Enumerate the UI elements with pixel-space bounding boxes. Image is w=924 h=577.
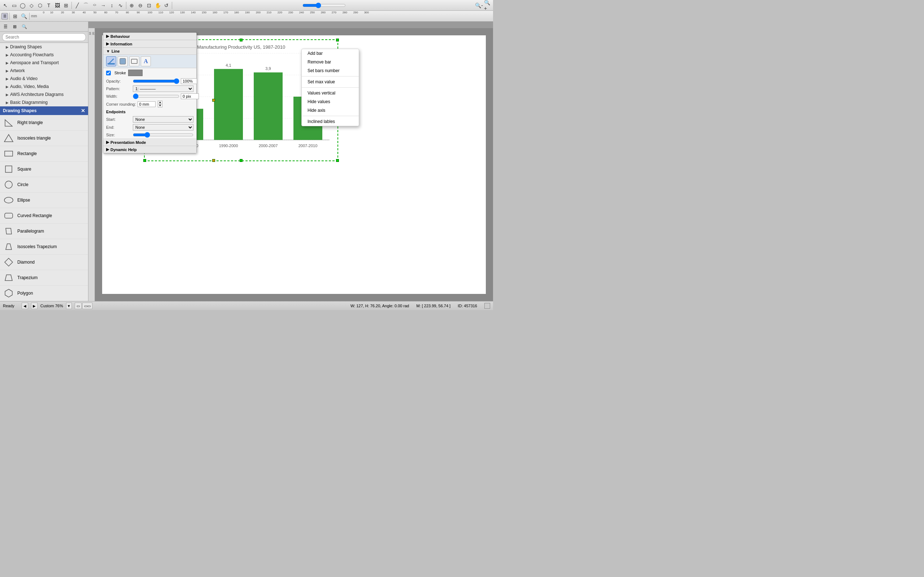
zoom-expand-button[interactable]: ▼ — [66, 303, 72, 309]
nav-item-aerospace[interactable]: ▶ Aerospace and Transport — [0, 59, 88, 67]
bar-1990-2000[interactable] — [214, 69, 243, 140]
panel-menu-icon[interactable]: ☰ — [2, 23, 10, 31]
shape-name: Diamond — [17, 259, 35, 265]
shape-name: Polygon — [17, 291, 33, 296]
start-select[interactable]: None Arrow Circle — [133, 116, 194, 122]
connector-tool[interactable]: → — [99, 2, 107, 10]
zoom-minus[interactable]: 🔍- — [475, 2, 483, 10]
rotate-tool[interactable]: ↺ — [162, 2, 170, 10]
size-slider[interactable] — [133, 132, 194, 138]
shape-name: Curved Rectangle — [17, 213, 52, 218]
information-header[interactable]: ▶ Information — [103, 40, 196, 48]
close-section-button[interactable]: ✕ — [81, 108, 85, 114]
svg-marker-9 — [5, 258, 13, 266]
panel-grid-icon[interactable]: ⊞ — [11, 23, 19, 31]
end-select[interactable]: None Arrow Circle — [133, 124, 194, 131]
behaviour-header[interactable]: ▶ Behaviour — [103, 33, 196, 40]
spline-tool[interactable]: ∿ — [116, 2, 124, 10]
corner-spinner[interactable]: ▲ ▼ — [158, 101, 163, 108]
mm-label: mm — [31, 14, 37, 18]
polygon-tool[interactable]: ⬡ — [36, 2, 44, 10]
view-single-button[interactable]: ▭ — [75, 303, 82, 309]
corner-input[interactable] — [137, 102, 155, 107]
menu-button[interactable]: ☰ — [2, 13, 8, 19]
image-tool[interactable]: 🖼 — [53, 2, 61, 10]
dynamic-help-header[interactable]: ▶ Dynamic Help — [103, 146, 196, 153]
context-remove-bar[interactable]: Remove bar — [302, 58, 359, 66]
nav-item-audio-video[interactable]: ▶ Audio & Video — [0, 75, 88, 82]
rect-tool[interactable]: ▭ — [10, 2, 18, 10]
shape-item-trapezium[interactable]: Trapezium — [0, 270, 88, 285]
nav-item-accounting[interactable]: ▶ Accounting Flowcharts — [0, 51, 88, 59]
status-corner-button[interactable] — [485, 303, 490, 309]
width-input[interactable] — [181, 93, 199, 99]
nav-item-basic-diagramming[interactable]: ▶ Basic Diagramming — [0, 98, 88, 106]
shape-name: Square — [17, 167, 31, 172]
shape-item-circle[interactable]: Circle — [0, 177, 88, 193]
context-add-bar[interactable]: Add bar — [302, 49, 359, 58]
canvas-area[interactable]: 10 20 30 40 50 60 70 80 90 100 110 120 1… — [89, 22, 493, 301]
view-double-button[interactable]: ▭▭ — [82, 303, 92, 309]
shape-item-rectangle[interactable]: Rectangle — [0, 146, 88, 161]
text-style-tab[interactable]: A — [141, 56, 151, 66]
diamond-tool[interactable]: ◇ — [27, 2, 36, 10]
nav-item-drawing-shapes[interactable]: ▶ Drawing Shapes — [0, 43, 88, 51]
group-tool[interactable]: ⊞ — [62, 2, 70, 10]
curve-tool[interactable]: ⌒ — [82, 2, 90, 10]
line-color-tab[interactable] — [106, 56, 116, 66]
stroke-color-swatch[interactable] — [128, 69, 142, 76]
bar-2000-2007[interactable] — [254, 73, 283, 140]
presentation-mode-header[interactable]: ▶ Presentation Mode — [103, 139, 196, 146]
search-input[interactable] — [2, 33, 86, 41]
arc-tool[interactable]: ⌔ — [90, 2, 99, 10]
panel-search-icon[interactable]: 🔍 — [20, 23, 28, 31]
nav-item-aws[interactable]: ▶ AWS Architecture Diagrams — [0, 90, 88, 98]
line-arrow: ▼ — [106, 49, 110, 53]
context-hide-axis[interactable]: Hide axis — [302, 106, 359, 115]
hand-tool[interactable]: ✋ — [154, 2, 162, 10]
shape-item-isosceles-trapezium[interactable]: Isosceles Trapezium — [0, 239, 88, 255]
shape-item-square[interactable]: Square — [0, 161, 88, 177]
opacity-input[interactable] — [181, 78, 197, 84]
nav-item-artwork[interactable]: ▶ Artwork — [0, 67, 88, 75]
select-tool[interactable]: ↖ — [2, 2, 10, 10]
context-values-vertical[interactable]: Values vertical — [302, 89, 359, 97]
svg-marker-1 — [4, 134, 13, 142]
line-header[interactable]: ▼ Line — [103, 48, 196, 55]
ellipse-tool[interactable]: ◯ — [19, 2, 27, 10]
pattern-select[interactable]: 1: ———— 2: - - - - 3: · · · · — [133, 85, 194, 92]
nav-item-audio-video-media[interactable]: ▶ Audio, Video, Media — [0, 82, 88, 90]
corner-down[interactable]: ▼ — [158, 104, 163, 108]
context-set-max-value[interactable]: Set max value — [302, 77, 359, 86]
search-button[interactable]: 🔍 — [20, 12, 28, 20]
shape-item-polygon[interactable]: Polygon — [0, 285, 88, 301]
text-tool[interactable]: T — [45, 2, 53, 10]
stroke-checkbox[interactable] — [106, 71, 111, 76]
context-inclined-labels[interactable]: Inclined lables — [302, 117, 359, 126]
shape-item-curved-rectangle[interactable]: Curved Rectangle — [0, 208, 88, 224]
arrow-icon: ▶ — [6, 85, 9, 89]
shape-item-isosceles-triangle[interactable]: Isosceles triangle — [0, 131, 88, 146]
context-hide-values[interactable]: Hide values — [302, 97, 359, 106]
zoom-slider[interactable] — [302, 3, 346, 8]
zoom-out-tool[interactable]: ⊖ — [136, 2, 144, 10]
shape-item-right-triangle[interactable]: Right triangle — [0, 115, 88, 131]
prev-page-button[interactable]: ◀ — [22, 303, 28, 309]
fill-color-tab[interactable] — [118, 56, 128, 66]
grid-view-button[interactable]: ⊞ — [11, 12, 19, 20]
shape-item-parallelogram[interactable]: Parallelogram — [0, 224, 88, 239]
context-set-bars-number[interactable]: Set bars number — [302, 66, 359, 75]
shape-item-diamond[interactable]: Diamond — [0, 255, 88, 270]
next-page-button[interactable]: ▶ — [31, 303, 37, 309]
arrow-tool[interactable]: ↕ — [108, 2, 116, 10]
zoom-in-tool[interactable]: ⊕ — [128, 2, 136, 10]
rect-style-tab[interactable] — [129, 56, 139, 66]
status-bar: Ready ◀ ▶ Custom 76% ▼ ▭ ▭▭ W: 127, H: 7… — [0, 301, 493, 310]
svg-text:4,1: 4,1 — [226, 63, 231, 68]
zoom-plus[interactable]: 🔍+ — [484, 2, 492, 10]
line-tool[interactable]: ╱ — [73, 2, 81, 10]
fit-tool[interactable]: ⊡ — [145, 2, 153, 10]
shape-item-ellipse[interactable]: Ellipse — [0, 193, 88, 208]
width-slider[interactable] — [133, 93, 179, 99]
opacity-slider[interactable] — [133, 78, 179, 84]
